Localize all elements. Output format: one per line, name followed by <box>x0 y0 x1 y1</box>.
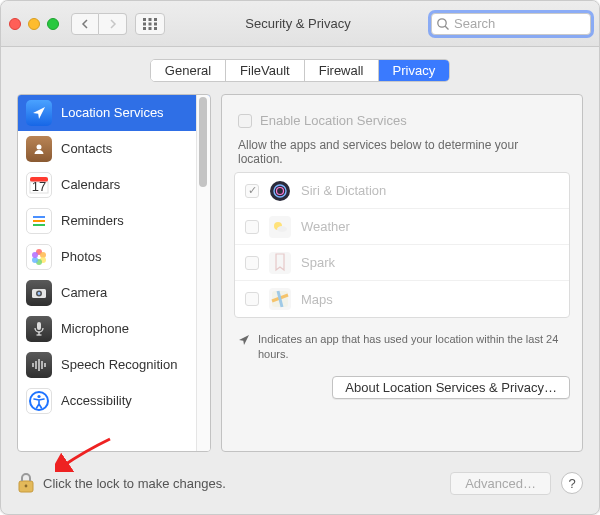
category-reminders[interactable]: Reminders <box>18 203 210 239</box>
reminders-icon <box>26 208 52 234</box>
category-contacts[interactable]: Contacts <box>18 131 210 167</box>
svg-point-11 <box>37 144 42 149</box>
recent-indicator-note: Indicates an app that has used your loca… <box>234 318 570 362</box>
category-list: Location Services Contacts 17 Calendars <box>17 94 211 452</box>
svg-rect-5 <box>154 22 157 25</box>
category-label: Photos <box>61 249 101 264</box>
speech-icon <box>26 352 52 378</box>
titlebar: Security & Privacy <box>1 1 599 47</box>
app-row-maps[interactable]: Maps <box>235 281 569 317</box>
enable-location-checkbox[interactable] <box>238 114 252 128</box>
preferences-window: Security & Privacy General FileVault Fir… <box>0 0 600 515</box>
app-checkbox[interactable] <box>245 256 259 270</box>
svg-point-26 <box>38 292 41 295</box>
category-location-services[interactable]: Location Services <box>18 95 210 131</box>
scrollbar-thumb[interactable] <box>199 97 207 187</box>
show-all-button[interactable] <box>135 13 165 35</box>
svg-rect-8 <box>154 27 157 30</box>
category-label: Microphone <box>61 321 129 336</box>
chevron-left-icon <box>81 19 89 29</box>
maps-icon <box>269 288 291 310</box>
svg-rect-4 <box>149 22 152 25</box>
nav-buttons <box>71 13 127 35</box>
footer-right: Advanced… ? <box>450 472 583 495</box>
main-area: Location Services Contacts 17 Calendars <box>1 88 599 458</box>
forward-button[interactable] <box>99 13 127 35</box>
svg-point-23 <box>32 252 38 258</box>
category-label: Location Services <box>61 105 164 120</box>
app-checkbox[interactable] <box>245 184 259 198</box>
window-title: Security & Privacy <box>173 16 423 31</box>
svg-point-9 <box>438 18 446 26</box>
detail-panel: Enable Location Services Allow the apps … <box>221 94 583 452</box>
app-checkbox[interactable] <box>245 220 259 234</box>
calendar-icon: 17 <box>26 172 52 198</box>
help-button[interactable]: ? <box>561 472 583 494</box>
chevron-right-icon <box>109 19 117 29</box>
contacts-icon <box>26 136 52 162</box>
svg-rect-27 <box>37 322 41 330</box>
tab-segment: General FileVault Firewall Privacy <box>150 59 450 82</box>
svg-rect-3 <box>143 22 146 25</box>
svg-line-10 <box>445 26 448 29</box>
microphone-icon <box>26 316 52 342</box>
svg-point-37 <box>270 181 290 201</box>
category-label: Reminders <box>61 213 124 228</box>
category-accessibility[interactable]: Accessibility <box>18 383 210 419</box>
tab-privacy[interactable]: Privacy <box>379 60 450 81</box>
tab-firewall[interactable]: Firewall <box>305 60 379 81</box>
minimize-button[interactable] <box>28 18 40 30</box>
allow-caption: Allow the apps and services below to det… <box>234 138 570 172</box>
grid-icon <box>143 18 157 30</box>
app-label: Weather <box>301 219 350 234</box>
category-photos[interactable]: Photos <box>18 239 210 275</box>
app-label: Spark <box>301 255 335 270</box>
recent-note-text: Indicates an app that has used your loca… <box>258 332 566 362</box>
about-location-button[interactable]: About Location Services & Privacy… <box>332 376 570 399</box>
back-button[interactable] <box>71 13 99 35</box>
siri-icon <box>269 180 291 202</box>
footer: Click the lock to make changes. Advanced… <box>1 452 599 514</box>
svg-rect-0 <box>143 18 146 21</box>
svg-text:17: 17 <box>32 179 46 194</box>
lock-icon <box>17 472 35 494</box>
category-scrollbar[interactable] <box>196 95 210 451</box>
lock-group[interactable]: Click the lock to make changes. <box>17 472 226 494</box>
window-controls <box>9 18 59 30</box>
app-list: Siri & Dictation Weather Spark <box>234 172 570 318</box>
advanced-button[interactable]: Advanced… <box>450 472 551 495</box>
zoom-button[interactable] <box>47 18 59 30</box>
category-label: Calendars <box>61 177 120 192</box>
svg-rect-2 <box>154 18 157 21</box>
weather-icon <box>269 216 291 238</box>
accessibility-icon <box>26 388 52 414</box>
app-row-siri[interactable]: Siri & Dictation <box>235 173 569 209</box>
category-calendars[interactable]: 17 Calendars <box>18 167 210 203</box>
enable-location-label: Enable Location Services <box>260 113 407 128</box>
camera-icon <box>26 280 52 306</box>
location-icon <box>26 100 52 126</box>
location-arrow-icon <box>238 334 250 346</box>
close-button[interactable] <box>9 18 21 30</box>
svg-rect-1 <box>149 18 152 21</box>
app-row-spark[interactable]: Spark <box>235 245 569 281</box>
app-label: Siri & Dictation <box>301 183 386 198</box>
search-input[interactable] <box>431 13 591 35</box>
svg-rect-6 <box>143 27 146 30</box>
category-camera[interactable]: Camera <box>18 275 210 311</box>
svg-point-44 <box>25 485 28 488</box>
tab-general[interactable]: General <box>151 60 226 81</box>
category-label: Contacts <box>61 141 112 156</box>
about-row: About Location Services & Privacy… <box>234 362 570 399</box>
category-speech-recognition[interactable]: Speech Recognition <box>18 347 210 383</box>
app-checkbox[interactable] <box>245 292 259 306</box>
app-row-weather[interactable]: Weather <box>235 209 569 245</box>
tab-bar: General FileVault Firewall Privacy <box>1 47 599 88</box>
svg-rect-7 <box>149 27 152 30</box>
search-icon <box>436 17 450 31</box>
lock-text: Click the lock to make changes. <box>43 476 226 491</box>
tab-filevault[interactable]: FileVault <box>226 60 305 81</box>
category-microphone[interactable]: Microphone <box>18 311 210 347</box>
svg-point-41 <box>277 226 287 232</box>
enable-location-row: Enable Location Services <box>234 105 570 138</box>
